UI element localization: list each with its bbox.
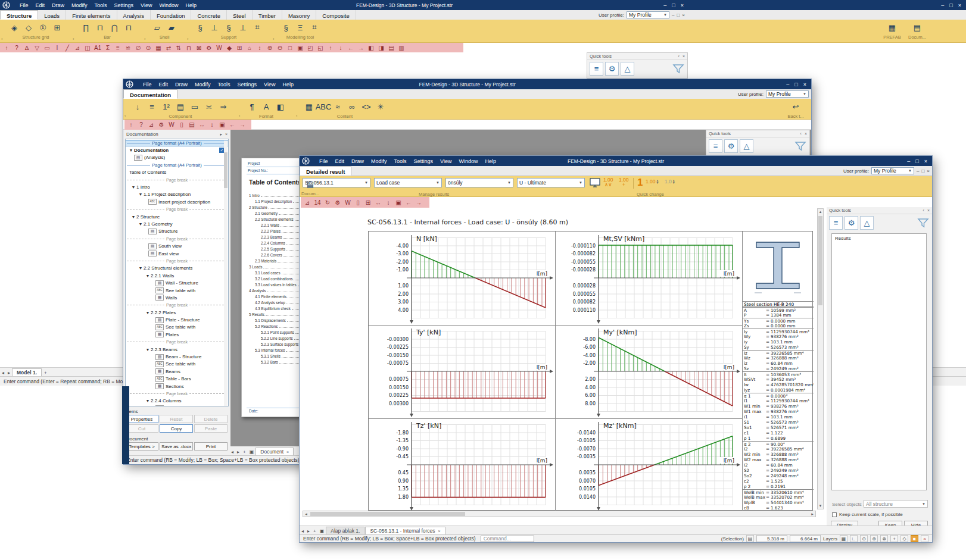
paragraph-icon[interactable]: ¶ bbox=[246, 101, 258, 112]
close-icon[interactable]: × bbox=[958, 2, 961, 8]
menu-window[interactable]: Window bbox=[455, 158, 481, 164]
tree-item[interactable]: ABCSee table with bbox=[126, 287, 228, 294]
group-chevron-icon[interactable]: ‹ bbox=[1, 37, 2, 41]
templates--button[interactable]: Templates > bbox=[125, 442, 158, 450]
polygon-icon[interactable]: ⊿ bbox=[73, 43, 82, 52]
tab-next-icon[interactable]: ▸ bbox=[235, 449, 241, 455]
home-icon[interactable]: ⌂ bbox=[245, 43, 254, 52]
tree-item[interactable]: ▤(Analysis) bbox=[126, 154, 228, 161]
filter-funnel-icon[interactable] bbox=[672, 64, 685, 74]
expander-icon[interactable]: ▼ bbox=[128, 148, 134, 152]
align-icon[interactable]: ≍ bbox=[203, 101, 215, 112]
command-input[interactable]: Command... bbox=[481, 536, 534, 542]
restore-icon[interactable]: □ bbox=[921, 168, 924, 174]
grid-snap-icon[interactable]: ▦ bbox=[840, 535, 847, 542]
minimize-icon[interactable]: – bbox=[941, 2, 944, 8]
prefab-tool[interactable]: ▦ PREFAB bbox=[880, 20, 904, 42]
documentation-tool[interactable]: ▤ Docum... bbox=[904, 20, 930, 42]
tree-item[interactable]: Table of Contents bbox=[126, 169, 228, 176]
tab-loads[interactable]: Loads bbox=[38, 10, 66, 20]
close-icon[interactable]: × bbox=[438, 529, 441, 533]
scroll-down-icon[interactable]: ▾ bbox=[818, 503, 823, 509]
spring-icon[interactable]: § bbox=[280, 21, 292, 33]
scale-av-control[interactable]: 1.00∧∨ bbox=[603, 177, 613, 187]
add-tab-icon[interactable]: + bbox=[42, 370, 49, 376]
back-tool[interactable]: ↩ Back t... bbox=[783, 99, 809, 119]
menu-draw[interactable]: Draw bbox=[348, 158, 367, 164]
region-icon[interactable]: ◫ bbox=[83, 43, 92, 52]
close-icon[interactable]: × bbox=[803, 82, 806, 87]
point-support-icon[interactable]: § bbox=[194, 21, 206, 33]
menu-tools[interactable]: Tools bbox=[91, 2, 111, 8]
corner-icon[interactable]: ◰ bbox=[306, 43, 315, 52]
minimize-icon[interactable]: – bbox=[786, 82, 789, 87]
menu-help[interactable]: Help bbox=[182, 2, 200, 8]
box-icon[interactable]: □ bbox=[285, 43, 295, 52]
minimize-icon[interactable]: – bbox=[917, 168, 919, 174]
group-chevron-icon[interactable]: ‹ bbox=[73, 37, 74, 41]
minimize-icon[interactable]: – bbox=[907, 158, 910, 164]
wrap-icon[interactable]: W bbox=[214, 43, 224, 52]
tree-item[interactable]: ▤Wall - Structure bbox=[126, 279, 228, 286]
forward-icon[interactable]: → bbox=[414, 198, 423, 207]
menu-modify[interactable]: Modify bbox=[191, 82, 214, 87]
rows-icon[interactable]: ▤ bbox=[387, 43, 396, 52]
expander-icon[interactable]: ▼ bbox=[130, 215, 136, 219]
plate-icon[interactable]: ▱ bbox=[151, 21, 163, 33]
text-cursor-icon[interactable]: I bbox=[52, 43, 62, 52]
menu-settings[interactable]: Settings bbox=[234, 82, 261, 87]
clip-icon[interactable]: ⊓ bbox=[184, 43, 194, 52]
fit-11-icon[interactable]: ▣ bbox=[394, 198, 403, 207]
tab-composite[interactable]: Composite bbox=[316, 10, 356, 20]
vscroll-thumb[interactable] bbox=[818, 216, 822, 305]
user-profile-select[interactable]: My Profile▼ bbox=[871, 167, 914, 174]
settings-icon[interactable]: ⚙ bbox=[724, 139, 738, 153]
layers-label[interactable]: Layers bbox=[823, 536, 837, 542]
forward-icon[interactable]: → bbox=[238, 121, 247, 129]
result-combo-3[interactable]: U - Ultimate▼ bbox=[517, 178, 585, 187]
scale-plus-control[interactable]: 1.00+ bbox=[619, 177, 629, 187]
settings-icon[interactable]: ⚙ bbox=[157, 121, 166, 129]
menu-modify[interactable]: Modify bbox=[68, 2, 91, 8]
clone-tab-icon[interactable]: ▣ bbox=[248, 449, 256, 455]
documentation-tool[interactable]: ▤ Docum... bbox=[297, 176, 323, 196]
tree-item[interactable]: ▼2.2.3 Beams bbox=[126, 346, 228, 353]
menu-settings[interactable]: Settings bbox=[410, 158, 437, 164]
back-icon[interactable]: ← bbox=[228, 121, 237, 129]
tree-page-break[interactable]: Page break bbox=[126, 259, 228, 263]
split-left-icon[interactable]: ◧ bbox=[366, 43, 376, 52]
layers-list-icon[interactable]: ≡ bbox=[709, 139, 722, 153]
menu-view[interactable]: View bbox=[260, 82, 279, 87]
frame-icon[interactable]: ▯ bbox=[353, 198, 363, 207]
swap-icon[interactable]: ⇄ bbox=[164, 43, 173, 52]
menu-view[interactable]: View bbox=[137, 2, 155, 8]
fit-icon[interactable]: ↕ bbox=[255, 43, 264, 52]
storey-tool-icon[interactable]: Ξ bbox=[294, 21, 306, 33]
restore-icon[interactable]: □ bbox=[672, 2, 675, 8]
grid-snap-icon[interactable]: ⊞ bbox=[235, 43, 244, 52]
tab-analysis[interactable]: Analysis bbox=[117, 10, 151, 20]
tree-item[interactable]: Page break bbox=[126, 339, 228, 346]
scale-spinner-1[interactable]: 1.00▲▼ bbox=[646, 179, 659, 184]
close-icon[interactable]: × bbox=[225, 132, 228, 137]
collapse-icon[interactable]: ‹ bbox=[923, 208, 924, 212]
tab-concrete[interactable]: Concrete bbox=[191, 10, 227, 20]
view-tab[interactable]: Alap ablak 1. bbox=[326, 527, 364, 534]
tree-item[interactable]: ABCInsert project description bbox=[126, 198, 228, 205]
tree-item[interactable]: ABCTable - Bars bbox=[126, 376, 228, 383]
scroll-left-icon[interactable]: ◂ bbox=[303, 511, 309, 517]
point-icon[interactable]: ◆ bbox=[225, 43, 234, 52]
fill-icon[interactable]: ▣ bbox=[295, 43, 305, 52]
tree-item[interactable]: Page format (A4 Portrait) bbox=[126, 139, 228, 146]
collapse-icon[interactable]: ‹ bbox=[678, 54, 680, 58]
close-icon[interactable]: × bbox=[927, 208, 930, 212]
vertical-scrollbar[interactable]: ▴ ▾ bbox=[817, 208, 824, 509]
edge-icon[interactable]: ◱ bbox=[316, 43, 325, 52]
settings-icon[interactable]: ⚙ bbox=[605, 62, 619, 76]
menu-view[interactable]: View bbox=[437, 158, 455, 164]
minimize-icon[interactable]: – bbox=[663, 2, 666, 8]
tab-prev-icon[interactable]: ◂ bbox=[0, 370, 6, 376]
code-icon[interactable]: <> bbox=[360, 101, 372, 112]
maximize-icon[interactable]: □ bbox=[794, 82, 797, 87]
expander-icon[interactable]: ▼ bbox=[130, 185, 136, 189]
